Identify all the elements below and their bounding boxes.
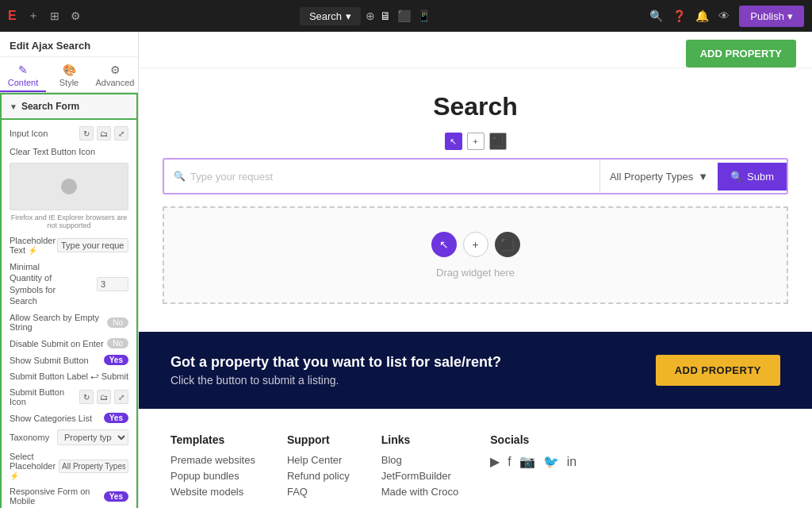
show-categories-row: Show Categories List Yes [10,413,128,423]
taxonomy-row: Taxonomy Property type [10,429,128,445]
placeholder-input[interactable] [57,238,128,252]
image-preview [10,163,128,210]
canvas-header: ADD PROPERTY [139,32,812,68]
canvas-area: ADD PROPERTY Search ↖ + ⬛ 🔍 Type your re… [139,32,812,508]
cursor-widget-btn[interactable]: ↖ [445,133,462,150]
top-bar-right: 🔍 ❓ 🔔 👁 Publish ▾ [649,6,804,27]
search-tab-label: Search [309,10,342,22]
grid-icon[interactable]: ⊞ [50,10,59,22]
clear-text-row: Clear Text Button Icon [10,147,128,156]
search-input-field[interactable]: 🔍 Type your request [164,163,599,190]
select-placeholder-input[interactable] [59,460,128,473]
block-widget-btn[interactable]: ⬛ [489,133,507,150]
drag-add-btn[interactable]: + [463,232,488,257]
footer-link-croco[interactable]: Made with Croco [381,486,459,498]
cta-banner: Got a property that you want to list for… [139,332,812,409]
min-qty-input[interactable] [97,277,128,291]
eye-icon[interactable]: 👁 [718,10,730,22]
search-input-placeholder: Type your request [190,171,273,183]
input-icon-controls: ↻ 🗂 ⤢ [79,126,128,140]
preview-note: Firefox and IE Explorer browsers are not… [10,214,128,229]
footer-links-heading: Links [381,433,459,446]
widget-toolbar: ↖ + ⬛ [155,133,796,150]
show-submit-row: Show Submit Button Yes [10,355,128,365]
show-submit-toggle[interactable]: Yes [104,355,128,365]
responsive-mobile-toggle[interactable]: Yes [104,491,128,502]
drag-cursor-btn[interactable]: ↖ [431,232,457,257]
canvas-inner: Search ↖ + ⬛ 🔍 Type your request All Pro… [139,68,812,508]
search-title: Search [155,92,796,121]
footer-link-refund[interactable]: Refund policy [287,470,350,482]
show-categories-toggle[interactable]: Yes [104,413,128,423]
desktop-icon[interactable]: 🖥 [380,10,391,22]
facebook-icon[interactable]: f [508,455,511,469]
search-form-section-header[interactable]: ▼ Search Form [0,93,138,120]
drag-block-btn[interactable]: ⬛ [495,232,520,257]
select-placeholder-row: Select Placeholder ⚡ [10,452,128,480]
add-icon[interactable]: ＋ [28,9,39,23]
property-type-select[interactable]: All Property Types ▼ [599,160,718,193]
allow-search-toggle[interactable]: No [107,318,128,328]
content-tab-icon: ✎ [18,64,28,76]
settings-icon[interactable]: ⚙ [71,10,81,22]
disable-submit-row: Disable Submit on Enter No [10,338,128,348]
mobile-icon[interactable]: 📱 [417,10,431,22]
help-icon[interactable]: ❓ [672,10,686,22]
expand-icon[interactable]: ⤢ [114,126,128,140]
dropdown-arrow: ▼ [698,171,708,183]
search-bar-wrapper: 🔍 Type your request All Property Types ▼… [163,158,788,194]
instagram-icon[interactable]: 📷 [519,454,535,469]
section-arrow: ▼ [10,102,17,111]
search-tab-arrow: ▾ [346,10,351,22]
search-submit-icon: 🔍 [730,171,743,183]
add-property-button[interactable]: ADD PROPERTY [686,40,796,67]
search-section: Search ↖ + ⬛ 🔍 Type your request All Pro… [139,68,812,332]
cta-add-property-button[interactable]: ADD PROPERTY [656,355,780,386]
panel-header: Edit Ajax Search [0,32,138,57]
footer-socials: ▶ f 📷 🐦 in [490,454,576,469]
bell-icon[interactable]: 🔔 [695,10,709,22]
disable-submit-toggle[interactable]: No [107,338,128,348]
footer-col-support: Support Help Center Refund policy FAQ [287,433,350,502]
submit-sync-icon[interactable]: ↻ [79,390,94,404]
search-submit-button[interactable]: 🔍 Subm [718,163,787,190]
add-widget-btn[interactable]: + [467,133,485,150]
cta-heading: Got a property that you want to list for… [170,354,501,371]
publish-button[interactable]: Publish ▾ [739,6,804,27]
footer-col-links: Links Blog JetFormBuilder Made with Croc… [381,433,459,502]
footer-link-popup[interactable]: Popup bundles [170,470,255,482]
tab-content[interactable]: ✎ Content [0,57,46,92]
tablet-icon[interactable]: ⬛ [397,10,411,22]
footer-link-website[interactable]: Website models [170,486,255,498]
footer-link-faq[interactable]: FAQ [287,486,350,498]
panel-tabs: ✎ Content 🎨 Style ⚙ Advanced [0,57,138,93]
responsive-mobile-row: Responsive Form on Mobile Yes [10,487,128,506]
compass-icon[interactable]: ⊕ [366,10,375,22]
footer-col-templates: Templates Premade websites Popup bundles… [170,433,255,502]
twitter-icon[interactable]: 🐦 [543,454,559,469]
youtube-icon[interactable]: ▶ [490,454,500,469]
search-top-icon[interactable]: 🔍 [649,10,663,22]
drag-icons: ↖ + ⬛ [431,232,520,257]
sync-icon[interactable]: ↻ [79,126,94,140]
placeholder-row: Placeholder Text ⚡ [10,236,128,255]
top-bar-left: E ＋ ⊞ ⚙ [8,9,81,23]
search-tab[interactable]: Search ▾ [300,7,361,25]
submit-folder-icon[interactable]: 🗂 [97,390,111,404]
folder-icon[interactable]: 🗂 [97,126,111,140]
footer-link-jetform[interactable]: JetFormBuilder [381,470,459,482]
main-layout: Edit Ajax Search ✎ Content 🎨 Style ⚙ Adv… [0,32,812,508]
tab-advanced[interactable]: ⚙ Advanced [92,57,138,92]
footer-link-blog[interactable]: Blog [381,454,459,466]
footer-link-premade[interactable]: Premade websites [170,454,255,466]
taxonomy-select[interactable]: Property type [57,429,128,445]
elementor-logo[interactable]: E [8,9,17,23]
property-type-label: All Property Types [610,171,693,183]
submit-expand-icon[interactable]: ⤢ [114,390,128,404]
footer-link-helpcenter[interactable]: Help Center [287,454,350,466]
drag-text: Drag widget here [436,267,515,279]
linkedin-icon[interactable]: in [567,455,576,469]
footer-columns: Templates Premade websites Popup bundles… [170,433,780,502]
submit-icon-controls: ↻ 🗂 ⤢ [79,390,128,404]
tab-style[interactable]: 🎨 Style [46,57,92,92]
